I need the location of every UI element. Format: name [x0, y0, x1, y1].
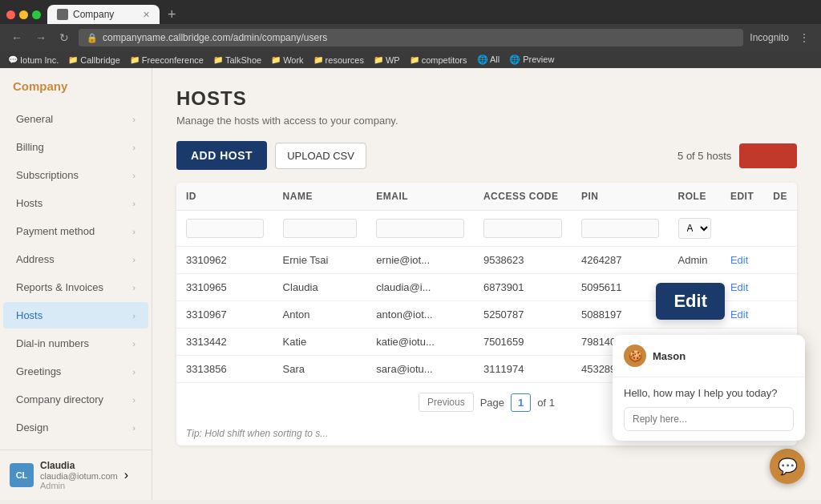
- sidebar-item-directory[interactable]: Company directory ›: [3, 386, 148, 413]
- minimize-window-button[interactable]: [19, 10, 28, 19]
- chat-bubble-button[interactable]: 💬: [770, 449, 805, 484]
- tab-title: Company: [73, 9, 114, 20]
- sidebar-item-billing[interactable]: Billing ›: [3, 134, 148, 160]
- delete-selected-button[interactable]: [739, 143, 797, 168]
- edit-link[interactable]: Edit: [730, 254, 748, 266]
- row4-access-code: 7501659: [474, 329, 572, 356]
- filter-pin[interactable]: [572, 211, 669, 247]
- bookmark-freeconference[interactable]: 📁 Freeconference: [130, 55, 204, 65]
- new-tab-button[interactable]: +: [163, 6, 181, 23]
- row3-access-code: 5250787: [474, 301, 572, 329]
- forward-button[interactable]: →: [32, 30, 50, 46]
- filter-role[interactable]: All: [669, 211, 721, 247]
- row1-pin: 4264287: [572, 247, 669, 274]
- bookmark-iotum[interactable]: 💬 Iotum Inc.: [8, 55, 59, 65]
- url-text: companyname.callbridge.com/admin/company…: [103, 32, 327, 43]
- row2-pin: 5095611: [572, 274, 669, 301]
- sidebar-item-address[interactable]: Address ›: [3, 246, 148, 272]
- previous-page-button[interactable]: Previous: [419, 393, 474, 412]
- back-button[interactable]: ←: [8, 30, 26, 46]
- bookmark-callbridge[interactable]: 📁 Callbridge: [68, 55, 120, 65]
- filter-email-input[interactable]: [376, 219, 464, 238]
- bookmark-resources[interactable]: 📁 resources: [313, 55, 364, 65]
- filter-access-input[interactable]: [483, 219, 562, 238]
- row2-delete-empty: [763, 274, 797, 301]
- sidebar-item-hosts-top[interactable]: Hosts ›: [3, 190, 148, 216]
- edit-link[interactable]: Edit: [730, 308, 748, 321]
- sidebar-label-hosts-active: Hosts: [16, 309, 42, 321]
- page-label: Page: [480, 397, 504, 409]
- bookmarks-bar: 💬 Iotum Inc. 📁 Callbridge 📁 Freeconferen…: [0, 51, 821, 68]
- sidebar-item-general[interactable]: General ›: [3, 106, 148, 132]
- sidebar-label-dialin: Dial-in numbers: [16, 337, 89, 349]
- upload-csv-button[interactable]: UPLOAD CSV: [275, 143, 366, 169]
- page-subtitle: Manage the hosts with access to your com…: [176, 115, 797, 127]
- sidebar-label-reports: Reports & Invoices: [16, 281, 103, 293]
- sidebar-item-hosts-active[interactable]: Hosts ›: [3, 302, 148, 329]
- filter-pin-input[interactable]: [581, 219, 659, 238]
- footer-user-info: Claudia claudia@iotum.com Admin: [40, 460, 118, 490]
- maximize-window-button[interactable]: [32, 10, 41, 19]
- bookmark-all[interactable]: 🌐 All: [477, 54, 500, 65]
- menu-button[interactable]: ⋮: [795, 30, 813, 46]
- filter-name-input[interactable]: [283, 219, 358, 238]
- row1-name: Ernie Tsai: [273, 247, 367, 274]
- footer-name: Claudia: [40, 460, 118, 471]
- chat-avatar-icon: 🍪: [624, 345, 646, 367]
- chat-greeting: Hello, how may I help you today?: [624, 387, 794, 399]
- row2-name: Claudia: [273, 274, 367, 301]
- sidebar-label-billing: Billing: [16, 141, 44, 153]
- row4-id: 3313442: [176, 329, 273, 356]
- col-name: NAME: [273, 183, 367, 211]
- sidebar-item-reports[interactable]: Reports & Invoices ›: [3, 274, 148, 300]
- row3-edit[interactable]: Edit: [721, 301, 763, 329]
- filter-id-input[interactable]: [186, 219, 264, 238]
- chat-reply-input[interactable]: [624, 407, 794, 431]
- close-window-button[interactable]: [6, 10, 15, 19]
- sidebar-item-payment[interactable]: Payment method ›: [3, 218, 148, 244]
- traffic-lights: [6, 10, 41, 19]
- active-tab[interactable]: Company ✕: [47, 5, 160, 24]
- edit-link[interactable]: Edit: [730, 281, 748, 293]
- bookmark-work[interactable]: 📁 Work: [271, 55, 303, 65]
- row3-delete-empty: [763, 301, 797, 329]
- sidebar-label-design: Design: [16, 421, 48, 433]
- edit-popover[interactable]: Edit: [656, 283, 725, 320]
- sidebar-item-greetings[interactable]: Greetings ›: [3, 358, 148, 385]
- filter-name[interactable]: [273, 211, 367, 247]
- chat-bubble-icon: 💬: [778, 457, 798, 476]
- filter-delete-empty: [763, 211, 797, 247]
- row2-edit[interactable]: Edit: [721, 274, 763, 301]
- row5-access-code: 3111974: [474, 356, 572, 383]
- sidebar-brand: Company: [0, 68, 152, 105]
- tab-close-button[interactable]: ✕: [143, 10, 150, 20]
- chevron-icon: ›: [132, 395, 135, 405]
- row5-name: Sara: [273, 356, 367, 383]
- sidebar-footer[interactable]: CL Claudia claudia@iotum.com Admin ›: [0, 450, 152, 500]
- tab-favicon: [57, 9, 68, 20]
- bookmark-preview[interactable]: 🌐 Preview: [509, 54, 554, 65]
- sidebar-item-subscriptions[interactable]: Subscriptions ›: [3, 162, 148, 188]
- filter-access-code[interactable]: [474, 211, 572, 247]
- add-host-button[interactable]: ADD HOST: [176, 141, 267, 170]
- bookmark-wp[interactable]: 📁 WP: [374, 55, 400, 65]
- chat-body: Hello, how may I help you today?: [613, 377, 805, 441]
- sidebar-label-greetings: Greetings: [16, 365, 61, 377]
- bookmark-competitors[interactable]: 📁 competitors: [410, 55, 467, 65]
- bookmark-talkshoe[interactable]: 📁 TalkShoe: [213, 55, 261, 65]
- reload-button[interactable]: ↻: [56, 30, 72, 46]
- filter-id[interactable]: [176, 211, 273, 247]
- toolbar: ADD HOST UPLOAD CSV 5 of 5 hosts: [176, 141, 797, 170]
- col-edit: EDIT: [721, 183, 763, 211]
- page-title: HOSTS: [176, 87, 797, 110]
- filter-email[interactable]: [366, 211, 474, 247]
- sidebar-item-dialin[interactable]: Dial-in numbers ›: [3, 330, 148, 357]
- chevron-icon: ›: [132, 255, 135, 264]
- address-bar[interactable]: 🔒 companyname.callbridge.com/admin/compa…: [79, 29, 743, 46]
- filter-role-select[interactable]: All: [678, 218, 711, 239]
- row1-edit[interactable]: Edit: [721, 247, 763, 274]
- sidebar-item-design[interactable]: Design ›: [3, 414, 148, 441]
- chevron-icon: ›: [132, 283, 135, 292]
- sidebar-label-hosts-top: Hosts: [16, 197, 42, 209]
- lock-icon: 🔒: [87, 33, 98, 43]
